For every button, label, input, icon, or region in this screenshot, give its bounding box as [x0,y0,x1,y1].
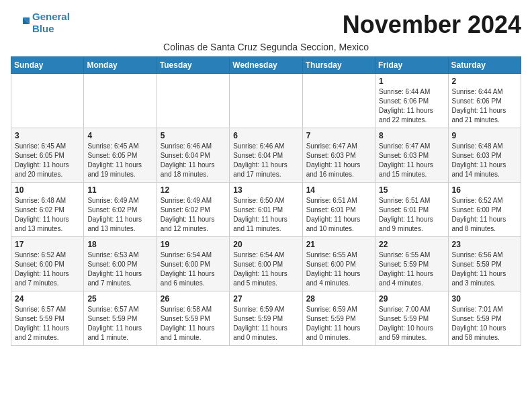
weekday-header-row: SundayMondayTuesdayWednesdayThursdayFrid… [11,57,521,74]
day-info: Sunrise: 6:46 AM Sunset: 6:04 PM Dayligh… [233,142,298,179]
day-info: Sunrise: 6:50 AM Sunset: 6:01 PM Dayligh… [233,196,298,234]
calendar-cell: 19Sunrise: 6:54 AM Sunset: 6:00 PM Dayli… [157,237,229,291]
calendar-cell: 9Sunrise: 6:48 AM Sunset: 6:03 PM Daylig… [448,128,521,183]
day-info: Sunrise: 6:44 AM Sunset: 6:06 PM Dayligh… [452,87,517,125]
calendar-cell: 29Sunrise: 7:00 AM Sunset: 5:59 PM Dayli… [375,291,448,346]
calendar-cell [302,74,375,128]
day-info: Sunrise: 6:58 AM Sunset: 5:59 PM Dayligh… [161,305,226,342]
day-info: Sunrise: 6:49 AM Sunset: 6:02 PM Dayligh… [87,196,152,234]
calendar-cell [84,74,157,128]
day-number: 7 [306,131,371,140]
week-row-2: 10Sunrise: 6:48 AM Sunset: 6:02 PM Dayli… [11,183,521,237]
calendar-cell: 26Sunrise: 6:58 AM Sunset: 5:59 PM Dayli… [157,291,229,346]
day-info: Sunrise: 6:51 AM Sunset: 6:01 PM Dayligh… [379,196,444,234]
subtitle: Colinas de Santa Cruz Segunda Seccion, M… [11,42,521,52]
calendar-cell: 8Sunrise: 6:47 AM Sunset: 6:03 PM Daylig… [375,128,448,183]
day-info: Sunrise: 7:01 AM Sunset: 5:59 PM Dayligh… [452,305,517,342]
calendar-cell: 3Sunrise: 6:45 AM Sunset: 6:05 PM Daylig… [11,128,84,183]
weekday-header-wednesday: Wednesday [230,57,302,74]
day-info: Sunrise: 6:48 AM Sunset: 6:02 PM Dayligh… [15,196,80,234]
day-number: 23 [452,240,517,249]
day-number: 5 [161,131,226,140]
day-info: Sunrise: 6:57 AM Sunset: 5:59 PM Dayligh… [87,305,152,342]
calendar-cell: 2Sunrise: 6:44 AM Sunset: 6:06 PM Daylig… [448,74,521,128]
day-number: 1 [379,77,444,86]
weekday-header-monday: Monday [84,57,157,74]
day-info: Sunrise: 6:45 AM Sunset: 6:05 PM Dayligh… [87,142,152,179]
logo-line2: Blue [32,23,54,34]
calendar-cell: 28Sunrise: 6:59 AM Sunset: 5:59 PM Dayli… [302,291,375,346]
calendar-cell: 15Sunrise: 6:51 AM Sunset: 6:01 PM Dayli… [375,183,448,237]
calendar-cell: 18Sunrise: 6:53 AM Sunset: 6:00 PM Dayli… [84,237,157,291]
calendar-cell: 16Sunrise: 6:52 AM Sunset: 6:00 PM Dayli… [448,183,521,237]
calendar-cell: 30Sunrise: 7:01 AM Sunset: 5:59 PM Dayli… [448,291,521,346]
weekday-header-friday: Friday [375,57,448,74]
day-number: 21 [306,240,371,249]
day-info: Sunrise: 6:53 AM Sunset: 6:00 PM Dayligh… [87,250,152,288]
day-info: Sunrise: 6:57 AM Sunset: 5:59 PM Dayligh… [15,305,80,342]
day-info: Sunrise: 6:46 AM Sunset: 6:04 PM Dayligh… [161,142,226,179]
day-info: Sunrise: 7:00 AM Sunset: 5:59 PM Dayligh… [379,305,444,342]
calendar-cell: 20Sunrise: 6:54 AM Sunset: 6:00 PM Dayli… [230,237,302,291]
week-row-3: 17Sunrise: 6:52 AM Sunset: 6:00 PM Dayli… [11,237,521,291]
calendar-cell: 12Sunrise: 6:49 AM Sunset: 6:02 PM Dayli… [157,183,229,237]
day-number: 22 [379,240,444,249]
weekday-header-thursday: Thursday [302,57,375,74]
logo-icon [11,15,30,31]
day-info: Sunrise: 6:59 AM Sunset: 5:59 PM Dayligh… [306,305,371,342]
day-number: 4 [87,131,152,140]
day-info: Sunrise: 6:49 AM Sunset: 6:02 PM Dayligh… [161,196,226,234]
day-info: Sunrise: 6:45 AM Sunset: 6:05 PM Dayligh… [15,142,80,179]
day-number: 27 [233,294,298,304]
day-info: Sunrise: 6:47 AM Sunset: 6:03 PM Dayligh… [379,142,444,179]
calendar-cell: 14Sunrise: 6:51 AM Sunset: 6:01 PM Dayli… [302,183,375,237]
calendar-cell: 5Sunrise: 6:46 AM Sunset: 6:04 PM Daylig… [157,128,229,183]
day-info: Sunrise: 6:55 AM Sunset: 5:59 PM Dayligh… [379,250,444,288]
day-number: 18 [87,240,152,249]
calendar-cell: 23Sunrise: 6:56 AM Sunset: 5:59 PM Dayli… [448,237,521,291]
day-number: 19 [161,240,226,249]
weekday-header-saturday: Saturday [448,57,521,74]
day-number: 9 [452,131,517,140]
logo: General Blue [11,11,70,35]
day-number: 20 [233,240,298,249]
day-number: 15 [379,185,444,195]
day-number: 12 [161,185,226,195]
day-info: Sunrise: 6:54 AM Sunset: 6:00 PM Dayligh… [233,250,298,288]
calendar-cell: 7Sunrise: 6:47 AM Sunset: 6:03 PM Daylig… [302,128,375,183]
day-number: 16 [452,185,517,195]
logo-line1: General [32,11,70,22]
week-row-4: 24Sunrise: 6:57 AM Sunset: 5:59 PM Dayli… [11,291,521,346]
day-info: Sunrise: 6:44 AM Sunset: 6:06 PM Dayligh… [379,87,444,125]
calendar-cell: 11Sunrise: 6:49 AM Sunset: 6:02 PM Dayli… [84,183,157,237]
day-number: 10 [15,185,80,195]
day-info: Sunrise: 6:59 AM Sunset: 5:59 PM Dayligh… [233,305,298,342]
day-number: 2 [452,77,517,86]
weekday-header-sunday: Sunday [11,57,84,74]
day-number: 30 [452,294,517,304]
calendar-cell: 6Sunrise: 6:46 AM Sunset: 6:04 PM Daylig… [230,128,302,183]
day-info: Sunrise: 6:56 AM Sunset: 5:59 PM Dayligh… [452,250,517,288]
day-number: 13 [233,185,298,195]
day-number: 11 [87,185,152,195]
day-number: 28 [306,294,371,304]
calendar-cell [11,74,84,128]
weekday-header-tuesday: Tuesday [157,57,229,74]
calendar-cell: 25Sunrise: 6:57 AM Sunset: 5:59 PM Dayli… [84,291,157,346]
calendar-cell: 1Sunrise: 6:44 AM Sunset: 6:06 PM Daylig… [375,74,448,128]
month-title: November 2024 [343,11,521,39]
day-number: 17 [15,240,80,249]
calendar-cell [230,74,302,128]
header: General Blue November 2024 [11,11,521,39]
week-row-1: 3Sunrise: 6:45 AM Sunset: 6:05 PM Daylig… [11,128,521,183]
title-area: November 2024 [343,11,521,39]
calendar-cell: 22Sunrise: 6:55 AM Sunset: 5:59 PM Dayli… [375,237,448,291]
day-number: 8 [379,131,444,140]
day-info: Sunrise: 6:52 AM Sunset: 6:00 PM Dayligh… [15,250,80,288]
day-info: Sunrise: 6:51 AM Sunset: 6:01 PM Dayligh… [306,196,371,234]
logo-text: General Blue [32,11,70,35]
day-info: Sunrise: 6:54 AM Sunset: 6:00 PM Dayligh… [161,250,226,288]
day-number: 25 [87,294,152,304]
day-number: 3 [15,131,80,140]
calendar-cell: 27Sunrise: 6:59 AM Sunset: 5:59 PM Dayli… [230,291,302,346]
